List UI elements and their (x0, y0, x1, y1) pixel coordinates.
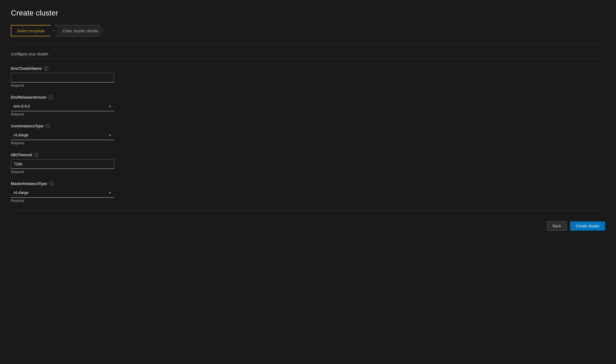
select-core-instance-type[interactable]: r4.xlarge r4.2xlarge r4.4xlarge m5.xlarg… (11, 130, 114, 140)
field-emr-cluster-name: EmrClusterName i Required (11, 66, 125, 87)
required-emr-cluster-name: Required (11, 84, 125, 87)
top-divider (11, 44, 605, 44)
select-emr-release-version[interactable]: emr-6.9.0 emr-6.8.0 emr-6.7.0 emr-6.6.0 (11, 102, 114, 111)
required-idle-timeout: Required (11, 170, 125, 174)
input-emr-cluster-name[interactable] (11, 73, 114, 83)
create-cluster-button[interactable]: Create cluster (570, 221, 605, 231)
label-text-core-instance-type: CoreInstanceType (11, 124, 43, 128)
label-text-idle-timeout: IdleTimeout (11, 153, 32, 157)
step-enter-cluster-details[interactable]: Enter cluster details (54, 25, 104, 36)
label-text-emr-release-version: EmrReleaseVersion (11, 95, 46, 99)
required-master-instance-type: Required (11, 199, 125, 203)
select-master-instance-type[interactable]: r4.xlarge r4.2xlarge r4.4xlarge m5.xlarg… (11, 188, 114, 198)
label-text-emr-cluster-name: EmrClusterName (11, 66, 42, 71)
back-button[interactable]: Back (547, 221, 567, 231)
field-label-idle-timeout: IdleTimeout i (11, 153, 125, 157)
field-label-emr-cluster-name: EmrClusterName i (11, 66, 125, 71)
required-emr-release-version: Required (11, 112, 125, 116)
field-idle-timeout: IdleTimeout i Required (11, 153, 125, 174)
info-icon-idle-timeout[interactable]: i (34, 153, 39, 157)
step-enter-cluster-details-label: Enter cluster details (62, 29, 98, 33)
info-icon-master-instance-type[interactable]: i (49, 181, 54, 186)
wizard-steps: Select template Enter cluster details (11, 25, 605, 36)
label-text-master-instance-type: MasterInstanceType (11, 181, 47, 186)
field-master-instance-type: MasterInstanceType i r4.xlarge r4.2xlarg… (11, 181, 125, 203)
field-emr-release-version: EmrReleaseVersion i emr-6.9.0 emr-6.8.0 … (11, 95, 125, 116)
step-select-template[interactable]: Select template (11, 25, 54, 36)
page-title: Create cluster (11, 9, 605, 17)
info-icon-emr-release-version[interactable]: i (49, 95, 53, 99)
subtitle-divider (11, 58, 605, 59)
field-label-emr-release-version: EmrReleaseVersion i (11, 95, 125, 99)
field-core-instance-type: CoreInstanceType i r4.xlarge r4.2xlarge … (11, 124, 125, 145)
info-icon-core-instance-type[interactable]: i (46, 124, 50, 128)
select-wrapper-core-instance-type: r4.xlarge r4.2xlarge r4.4xlarge m5.xlarg… (11, 130, 114, 140)
select-wrapper-emr-release-version: emr-6.9.0 emr-6.8.0 emr-6.7.0 emr-6.6.0 (11, 102, 114, 111)
footer-actions: Back Create cluster (11, 217, 605, 231)
form-section: EmrClusterName i Required EmrReleaseVers… (11, 66, 125, 203)
field-label-master-instance-type: MasterInstanceType i (11, 181, 125, 186)
step-select-template-label: Select template (17, 29, 45, 33)
info-icon-emr-cluster-name[interactable]: i (44, 66, 48, 71)
field-label-core-instance-type: CoreInstanceType i (11, 124, 125, 128)
input-idle-timeout[interactable] (11, 159, 114, 169)
bottom-divider (11, 210, 605, 211)
form-subtitle: Configure your cluster. (11, 52, 605, 56)
required-core-instance-type: Required (11, 141, 125, 145)
select-wrapper-master-instance-type: r4.xlarge r4.2xlarge r4.4xlarge m5.xlarg… (11, 188, 114, 198)
